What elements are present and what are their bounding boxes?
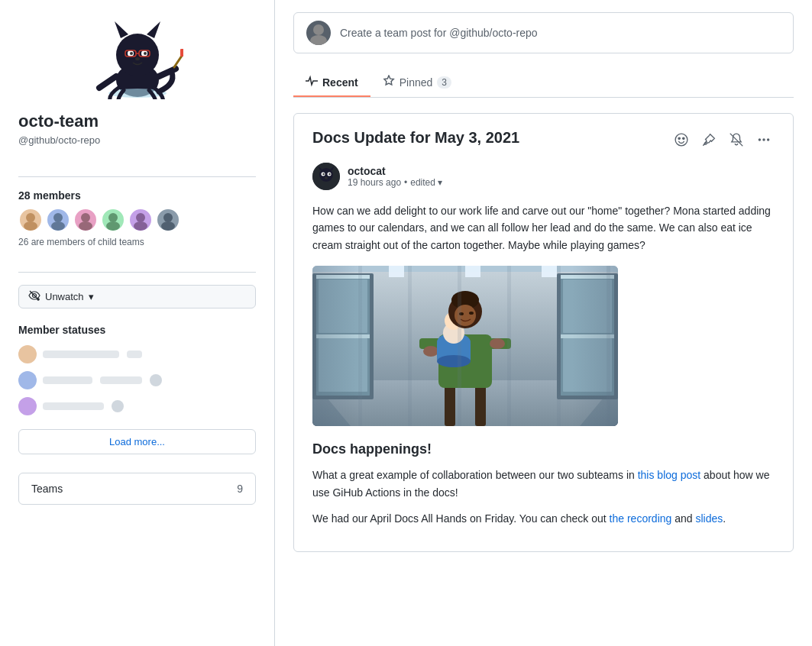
team-handle: @github/octo-repo	[18, 134, 256, 146]
members-section: 28 members 26 are members of child teams	[18, 189, 256, 247]
teams-count: 9	[237, 483, 243, 495]
svg-point-17	[26, 213, 35, 222]
svg-point-85	[469, 312, 474, 315]
svg-point-78	[437, 355, 471, 367]
body-text: How can we add delight to our work life …	[312, 205, 771, 251]
tabs-bar: Recent Pinned 3	[293, 69, 794, 98]
svg-point-32	[313, 24, 324, 35]
svg-point-79	[443, 322, 464, 344]
author-name[interactable]: octocat	[348, 165, 442, 177]
post-actions	[671, 129, 775, 150]
emoji-reaction-button[interactable]	[671, 129, 692, 150]
tab-pinned[interactable]: Pinned 3	[370, 69, 464, 97]
svg-marker-2	[115, 21, 128, 38]
svg-rect-64	[561, 334, 614, 338]
more-options-button[interactable]	[753, 129, 775, 150]
star-icon	[383, 75, 395, 89]
svg-point-48	[325, 177, 328, 179]
paragraph2-start: We had our April Docs All Hands on Frida…	[312, 512, 610, 525]
status-detail-blurred	[100, 376, 142, 384]
post-body-text: How can we add delight to our work life …	[312, 202, 775, 254]
current-user-avatar	[306, 21, 331, 45]
svg-point-80	[445, 312, 463, 330]
svg-point-20	[51, 221, 65, 231]
svg-rect-77	[437, 342, 471, 361]
child-teams-text: 26 are members of child teams	[18, 237, 256, 247]
svg-rect-70	[475, 384, 486, 426]
post-image	[312, 266, 618, 426]
svg-point-1	[116, 34, 159, 76]
teams-label: Teams	[31, 483, 63, 495]
svg-point-84	[459, 312, 464, 315]
svg-point-35	[678, 137, 680, 139]
timestamp-text: 19 hours ago	[348, 177, 401, 188]
post-meta: octocat 19 hours ago • edited ▾	[312, 163, 775, 190]
members-count: 28 members	[18, 189, 256, 202]
status-info	[43, 400, 256, 412]
status-emoji-icon	[112, 400, 124, 412]
post-paragraph-1: What a great example of collaboration be…	[312, 467, 775, 501]
create-post-placeholder[interactable]: Create a team post for @github/octo-repo	[340, 27, 781, 39]
slides-link[interactable]: slides	[695, 512, 723, 525]
svg-point-83	[455, 305, 476, 326]
team-name: octo-team	[18, 111, 256, 131]
pinned-count-badge: 3	[437, 76, 451, 89]
svg-marker-3	[147, 21, 160, 38]
tab-recent[interactable]: Recent	[293, 69, 370, 97]
status-emoji-icon	[150, 374, 162, 386]
unsubscribe-button[interactable]	[726, 129, 747, 150]
svg-point-19	[53, 213, 63, 222]
svg-point-26	[134, 221, 147, 231]
svg-rect-73	[490, 338, 511, 349]
author-avatar	[312, 163, 340, 190]
status-avatar	[18, 371, 37, 389]
load-more-button[interactable]: Load more...	[18, 429, 256, 454]
svg-point-43	[319, 168, 333, 182]
blog-post-link[interactable]: this blog post	[638, 469, 701, 481]
svg-point-6	[130, 52, 133, 55]
post-paragraph-2: We had our April Docs All Hands on Frida…	[312, 510, 775, 527]
status-name-blurred	[43, 402, 104, 410]
member-status-row	[18, 397, 256, 415]
svg-rect-62	[563, 338, 612, 392]
status-avatar	[18, 345, 37, 363]
svg-point-23	[108, 213, 118, 222]
eye-icon	[28, 289, 40, 304]
svg-point-40	[762, 138, 765, 141]
create-post-bar[interactable]: Create a team post for @github/octo-repo	[293, 12, 794, 53]
divider-2	[18, 272, 256, 273]
paragraph2-end: .	[723, 512, 726, 525]
author-info: octocat 19 hours ago • edited ▾	[348, 165, 442, 188]
svg-rect-67	[465, 266, 480, 277]
svg-rect-66	[389, 266, 404, 277]
svg-point-11	[135, 57, 140, 60]
edited-badge[interactable]: edited ▾	[410, 177, 442, 188]
svg-rect-71	[438, 334, 492, 388]
status-info	[43, 350, 256, 358]
svg-marker-52	[312, 380, 618, 426]
recording-link[interactable]: the recording	[610, 512, 672, 525]
post-header: Docs Update for May 3, 2021	[312, 129, 775, 150]
unwatch-label: Unwatch	[45, 291, 84, 302]
member-status-row	[18, 371, 256, 389]
team-mascot	[18, 15, 256, 99]
svg-point-75	[490, 338, 505, 349]
avatar	[46, 208, 70, 232]
svg-rect-51	[312, 266, 618, 426]
main-content: Create a team post for @github/octo-repo…	[275, 0, 812, 646]
svg-rect-55	[319, 279, 367, 333]
svg-rect-72	[419, 338, 441, 349]
unwatch-button[interactable]: Unwatch ▾	[18, 285, 256, 308]
pin-button[interactable]	[698, 129, 720, 150]
pulse-icon	[306, 75, 318, 89]
svg-point-39	[759, 138, 761, 141]
avatar	[73, 208, 98, 232]
chevron-down-icon: ▾	[89, 291, 94, 302]
svg-point-33	[310, 35, 327, 45]
svg-rect-60	[561, 277, 614, 396]
avatar	[156, 208, 180, 232]
tab-pinned-label: Pinned	[400, 76, 433, 89]
paragraph1-start: What a great example of collaboration be…	[312, 469, 638, 481]
svg-point-41	[767, 138, 769, 141]
post-section-title: Docs happenings!	[312, 441, 775, 457]
